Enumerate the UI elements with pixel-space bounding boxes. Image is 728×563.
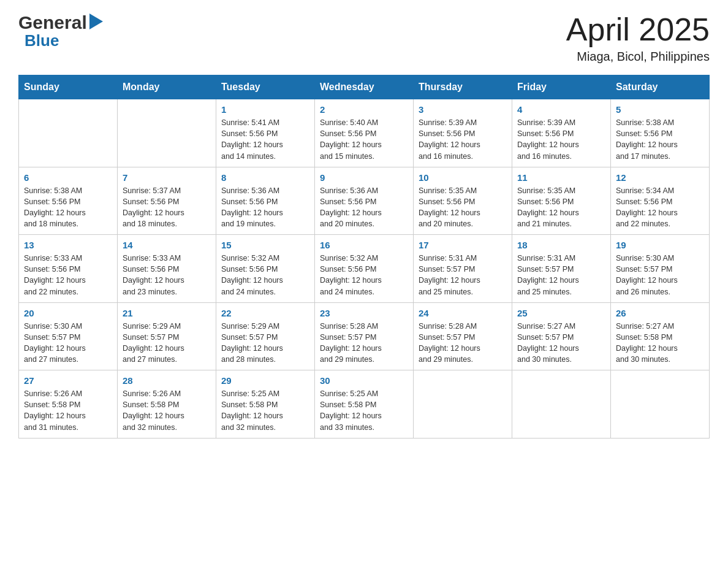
day-info: Sunrise: 5:37 AMSunset: 5:56 PMDaylight:…	[123, 185, 211, 230]
calendar-body: 1Sunrise: 5:41 AMSunset: 5:56 PMDaylight…	[19, 99, 710, 439]
calendar-cell: 11Sunrise: 5:35 AMSunset: 5:56 PMDayligh…	[512, 167, 611, 235]
calendar-cell	[611, 370, 710, 439]
logo: General Blue	[18, 12, 103, 50]
calendar-cell: 23Sunrise: 5:28 AMSunset: 5:57 PMDayligh…	[315, 302, 414, 370]
calendar-cell: 18Sunrise: 5:31 AMSunset: 5:57 PMDayligh…	[512, 235, 611, 303]
calendar-cell: 22Sunrise: 5:29 AMSunset: 5:57 PMDayligh…	[216, 302, 315, 370]
day-info: Sunrise: 5:36 AMSunset: 5:56 PMDaylight:…	[221, 185, 309, 230]
calendar-cell: 5Sunrise: 5:38 AMSunset: 5:56 PMDaylight…	[611, 99, 710, 167]
calendar-cell: 14Sunrise: 5:33 AMSunset: 5:56 PMDayligh…	[118, 235, 216, 303]
day-info: Sunrise: 5:30 AMSunset: 5:57 PMDaylight:…	[616, 253, 704, 297]
header-wednesday: Wednesday	[315, 75, 414, 99]
day-number: 9	[320, 172, 408, 183]
calendar-cell: 27Sunrise: 5:26 AMSunset: 5:58 PMDayligh…	[19, 370, 118, 439]
day-info: Sunrise: 5:38 AMSunset: 5:56 PMDaylight:…	[616, 117, 704, 162]
day-number: 28	[123, 375, 211, 386]
header-saturday: Saturday	[611, 75, 710, 99]
day-info: Sunrise: 5:35 AMSunset: 5:56 PMDaylight:…	[419, 185, 507, 230]
day-number: 17	[419, 240, 507, 250]
day-number: 15	[221, 240, 309, 250]
calendar-cell: 28Sunrise: 5:26 AMSunset: 5:58 PMDayligh…	[118, 370, 216, 439]
calendar-cell: 6Sunrise: 5:38 AMSunset: 5:56 PMDaylight…	[19, 167, 118, 235]
day-number: 20	[24, 308, 112, 318]
day-info: Sunrise: 5:25 AMSunset: 5:58 PMDaylight:…	[320, 388, 408, 433]
week-row-5: 27Sunrise: 5:26 AMSunset: 5:58 PMDayligh…	[19, 370, 710, 439]
day-number: 4	[517, 104, 605, 115]
day-info: Sunrise: 5:26 AMSunset: 5:58 PMDaylight:…	[24, 388, 112, 433]
day-info: Sunrise: 5:29 AMSunset: 5:57 PMDaylight:…	[221, 321, 309, 366]
calendar-cell: 20Sunrise: 5:30 AMSunset: 5:57 PMDayligh…	[19, 302, 118, 370]
day-number: 25	[517, 308, 605, 318]
day-info: Sunrise: 5:25 AMSunset: 5:58 PMDaylight:…	[221, 388, 309, 433]
week-row-3: 13Sunrise: 5:33 AMSunset: 5:56 PMDayligh…	[19, 235, 710, 303]
day-number: 11	[517, 172, 605, 183]
calendar-cell: 4Sunrise: 5:39 AMSunset: 5:56 PMDaylight…	[512, 99, 611, 167]
calendar-cell: 2Sunrise: 5:40 AMSunset: 5:56 PMDaylight…	[315, 99, 414, 167]
calendar-cell	[19, 99, 118, 167]
day-number: 6	[24, 172, 112, 183]
day-number: 30	[320, 375, 408, 386]
day-number: 2	[320, 104, 408, 115]
title-section: April 2025 Miaga, Bicol, Philippines	[566, 12, 710, 64]
day-number: 27	[24, 375, 112, 386]
day-info: Sunrise: 5:40 AMSunset: 5:56 PMDaylight:…	[320, 117, 408, 162]
header-sunday: Sunday	[19, 75, 118, 99]
calendar-cell: 30Sunrise: 5:25 AMSunset: 5:58 PMDayligh…	[315, 370, 414, 439]
day-info: Sunrise: 5:38 AMSunset: 5:56 PMDaylight:…	[24, 185, 112, 230]
day-info: Sunrise: 5:30 AMSunset: 5:57 PMDaylight:…	[24, 321, 112, 366]
day-number: 3	[419, 104, 507, 115]
week-row-1: 1Sunrise: 5:41 AMSunset: 5:56 PMDaylight…	[19, 99, 710, 167]
day-info: Sunrise: 5:27 AMSunset: 5:58 PMDaylight:…	[616, 321, 704, 366]
calendar-cell: 13Sunrise: 5:33 AMSunset: 5:56 PMDayligh…	[19, 235, 118, 303]
day-number: 19	[616, 240, 704, 250]
day-info: Sunrise: 5:35 AMSunset: 5:56 PMDaylight:…	[517, 185, 605, 230]
day-info: Sunrise: 5:31 AMSunset: 5:57 PMDaylight:…	[419, 253, 507, 297]
week-row-2: 6Sunrise: 5:38 AMSunset: 5:56 PMDaylight…	[19, 167, 710, 235]
calendar-cell: 1Sunrise: 5:41 AMSunset: 5:56 PMDaylight…	[216, 99, 315, 167]
logo-text: General	[18, 12, 103, 33]
month-title: April 2025	[566, 12, 710, 47]
calendar-cell: 15Sunrise: 5:32 AMSunset: 5:56 PMDayligh…	[216, 235, 315, 303]
day-info: Sunrise: 5:26 AMSunset: 5:58 PMDaylight:…	[123, 388, 211, 433]
day-number: 13	[24, 240, 112, 250]
calendar-cell: 7Sunrise: 5:37 AMSunset: 5:56 PMDaylight…	[118, 167, 216, 235]
calendar-cell: 12Sunrise: 5:34 AMSunset: 5:56 PMDayligh…	[611, 167, 710, 235]
calendar-cell	[118, 99, 216, 167]
calendar-cell: 24Sunrise: 5:28 AMSunset: 5:57 PMDayligh…	[414, 302, 512, 370]
calendar-cell: 26Sunrise: 5:27 AMSunset: 5:58 PMDayligh…	[611, 302, 710, 370]
calendar-cell	[512, 370, 611, 439]
calendar-cell: 16Sunrise: 5:32 AMSunset: 5:56 PMDayligh…	[315, 235, 414, 303]
calendar-cell	[414, 370, 512, 439]
header-monday: Monday	[118, 75, 216, 99]
logo-general: General	[18, 12, 87, 33]
header-tuesday: Tuesday	[216, 75, 315, 99]
day-info: Sunrise: 5:32 AMSunset: 5:56 PMDaylight:…	[221, 253, 309, 297]
day-info: Sunrise: 5:41 AMSunset: 5:56 PMDaylight:…	[221, 117, 309, 162]
calendar-cell: 25Sunrise: 5:27 AMSunset: 5:57 PMDayligh…	[512, 302, 611, 370]
day-info: Sunrise: 5:39 AMSunset: 5:56 PMDaylight:…	[517, 117, 605, 162]
calendar-cell: 3Sunrise: 5:39 AMSunset: 5:56 PMDaylight…	[414, 99, 512, 167]
day-info: Sunrise: 5:29 AMSunset: 5:57 PMDaylight:…	[123, 321, 211, 366]
day-info: Sunrise: 5:28 AMSunset: 5:57 PMDaylight:…	[419, 321, 507, 366]
day-number: 1	[221, 104, 309, 115]
day-number: 18	[517, 240, 605, 250]
day-number: 14	[123, 240, 211, 250]
day-info: Sunrise: 5:33 AMSunset: 5:56 PMDaylight:…	[123, 253, 211, 297]
week-row-4: 20Sunrise: 5:30 AMSunset: 5:57 PMDayligh…	[19, 302, 710, 370]
day-info: Sunrise: 5:39 AMSunset: 5:56 PMDaylight:…	[419, 117, 507, 162]
day-info: Sunrise: 5:36 AMSunset: 5:56 PMDaylight:…	[320, 185, 408, 230]
day-info: Sunrise: 5:32 AMSunset: 5:56 PMDaylight:…	[320, 253, 408, 297]
day-number: 29	[221, 375, 309, 386]
page-header: General Blue April 2025 Miaga, Bicol, Ph…	[18, 12, 710, 64]
day-number: 26	[616, 308, 704, 318]
calendar-cell: 10Sunrise: 5:35 AMSunset: 5:56 PMDayligh…	[414, 167, 512, 235]
day-number: 16	[320, 240, 408, 250]
svg-marker-0	[89, 13, 103, 29]
day-number: 22	[221, 308, 309, 318]
calendar-cell: 9Sunrise: 5:36 AMSunset: 5:56 PMDaylight…	[315, 167, 414, 235]
day-number: 5	[616, 104, 704, 115]
logo-blue-text: Blue	[25, 31, 59, 50]
header-friday: Friday	[512, 75, 611, 99]
day-number: 10	[419, 172, 507, 183]
day-info: Sunrise: 5:27 AMSunset: 5:57 PMDaylight:…	[517, 321, 605, 366]
